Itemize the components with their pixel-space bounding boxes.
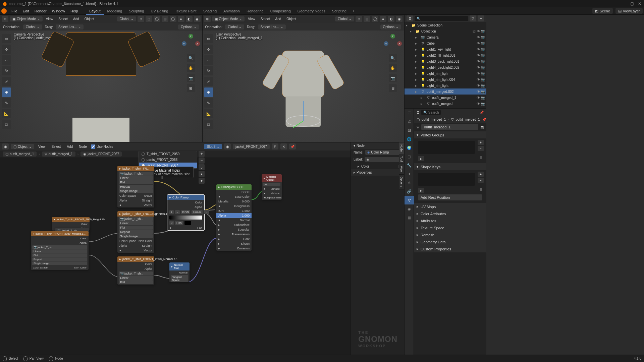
shading-material[interactable]: ◐ [388,16,394,22]
nav-gizmo[interactable]: Z X Y [384,34,402,52]
editor-type-button[interactable]: ◉ [2,143,9,149]
shading-rendered[interactable]: ◉ [194,16,201,22]
filter-button[interactable]: ▽ [470,15,476,21]
workspace-tab-scripting[interactable]: Scripting [329,8,350,14]
pan-button[interactable]: ✋ [389,64,397,72]
sidebar-tab-tool[interactable]: Tool [399,154,404,164]
material-add-button[interactable]: + [199,151,205,157]
properties-search[interactable]: 🔍 Search [421,110,441,115]
workspace-tab-uv[interactable]: UV Editing [147,8,171,14]
menu-edit[interactable]: Edit [20,8,32,14]
ramp-interp[interactable]: Linear [192,210,203,214]
panel-geometry-data[interactable]: ▸Geometry Data [414,238,486,245]
outliner-item[interactable]: ▸💡Light4_backlight2.002👁📷 [405,64,486,70]
scene-collection[interactable]: ▾📁 Scene Collection [405,22,486,28]
color-ramp-node[interactable]: ▸Color Ramp Color Alpha + − RGB Linear ⌄… [167,194,205,231]
viewport-left-canvas[interactable]: Camera Perspective (1) Collection | outf… [0,31,202,142]
drag-handle[interactable]: ⠿ [160,176,180,177]
menu-object[interactable]: Object [284,16,298,21]
tool-annotate[interactable]: ✎ [204,98,213,108]
tab-world[interactable]: 🌍 [405,143,414,152]
outliner-item[interactable]: ▸💡Light_rim_light👁📷 [405,82,486,88]
material-move-down-button[interactable]: ▾ [199,178,205,184]
menu-file[interactable]: File [9,8,20,14]
zoom-button[interactable]: 🔍 [187,54,195,62]
viewlayer-selector[interactable]: ▤ ViewLayer [615,8,643,14]
menu-help[interactable]: Help [68,8,81,14]
tab-viewlayer[interactable]: 🖼 [405,126,414,135]
proportional-button[interactable]: ◯ [154,16,160,22]
outliner-item[interactable]: ▸▽outfit_merged_1👁📷 [405,95,486,101]
tool-cursor[interactable]: ✛ [204,45,213,54]
options-dropdown[interactable]: Options⌄ [380,24,401,29]
pin-button[interactable]: 📌 [289,143,296,149]
panel-attributes[interactable]: ▸Attributes [414,217,486,224]
tool-transform[interactable]: ⊕ [2,87,11,97]
sidebar-node-panel[interactable]: ▾Node [351,142,404,149]
panel-texture-space[interactable]: ▸Texture Space [414,224,486,231]
viewport-right[interactable]: ⊕ ▣Object Mode⌄ View Select Add Object G… [202,15,405,142]
crumb-material[interactable]: ◉jacket_FRONT_2067 [80,152,122,157]
menu-render[interactable]: Render [32,8,49,14]
axis-x[interactable]: X [195,41,200,46]
outliner-item[interactable]: ▸💡Light3_back_light.001👁📷 [405,58,486,64]
workspace-tab-modeling[interactable]: Modeling [104,8,126,14]
snap-button[interactable]: ⊡ [146,16,152,22]
editor-type-button[interactable]: ≣ [407,15,413,21]
panel-remesh[interactable]: ▸Remesh [414,231,486,238]
tab-data[interactable]: ▽ [405,196,414,204]
vg-remove[interactable]: − [478,146,484,151]
use-nodes-checkbox[interactable]: Use Nodes [91,144,113,149]
tab-constraints[interactable]: 🔗 [405,187,414,196]
tab-scene[interactable]: 🌐 [405,135,414,143]
object-dropdown[interactable]: ▢Object⌄ [11,144,34,149]
shading-material[interactable]: ◐ [186,16,193,22]
tool-add-cube[interactable]: □ [204,120,213,129]
outliner-item[interactable]: ▸▽Cube👁📷 [405,40,486,46]
material-menu-button[interactable]: ⌄ [199,164,205,170]
tab-texture[interactable]: ▦ [405,213,414,222]
menu-add[interactable]: Add [65,144,75,149]
crumb-object[interactable]: ▢outfit_merged_1 [3,152,37,157]
menu-window[interactable]: Window [49,8,68,14]
viewport-right-canvas[interactable]: User Perspective (1) Collection | outfit… [203,31,404,142]
mesh-name-field[interactable]: outfit_merged_1 [421,124,478,130]
overlay-button[interactable]: ⊞ [162,16,168,22]
ramp-mode[interactable]: RGB [181,210,191,214]
scene-selector[interactable]: ◩ Scene [592,8,613,14]
new-collection[interactable]: + [478,15,484,21]
zoom-button[interactable]: 🔍 [389,54,397,62]
tool-select[interactable]: ▭ [204,34,213,43]
panel-uv-maps[interactable]: ▸UV Maps [414,203,486,210]
tool-select[interactable]: ▭ [2,34,11,43]
sidebar-properties-panel[interactable]: ▸Properties [351,169,404,176]
color-ramp-gradient[interactable] [169,216,202,220]
outliner-item[interactable]: ▸📷Camera👁📷 [405,34,486,40]
ramp-add[interactable]: + [169,210,174,214]
persp-button[interactable]: ⊞ [389,84,397,92]
tool-rotate[interactable]: ↻ [204,66,213,75]
minimize-button[interactable]: ─ [623,1,626,6]
workspace-tab-compositing[interactable]: Compositing [267,8,294,14]
transform-gizmo[interactable] [283,98,323,132]
outliner-item[interactable]: ▸▽outfit_merged.002👁📷 [405,88,486,95]
vertex-groups-list[interactable] [418,141,475,154]
panel-custom-properties[interactable]: ▸Custom Properties [414,245,486,252]
editor-type-button[interactable]: ⊕ [2,16,8,22]
normal-map-node[interactable]: ▸Normal Map Normal Tangent Space [169,262,190,282]
tool-scale[interactable]: ⤢ [204,77,213,86]
image-texture-metallic[interactable]: ▸jacket_T_shirt_FRONT_2059_Metallic.1...… [31,231,89,270]
workspace-tab-layout[interactable]: Layout [86,8,104,14]
menu-add[interactable]: Add [273,16,283,21]
outliner-item[interactable]: ▸💡Light1_key_light👁📷 [405,46,486,52]
image-texture-node-2[interactable]: ▸jacket_T_shirt_FRO...oughness.1003.png … [117,211,154,253]
tab-physics[interactable]: ⚛ [405,178,414,187]
sidebar-tab-options[interactable]: Options [399,175,404,189]
material-unlink[interactable]: ✕ [280,143,287,149]
transform-orient[interactable]: Global⌄ [335,16,354,21]
outliner-item[interactable]: ▸💡Light_rim_light.004👁📷 [405,76,486,82]
menu-view[interactable]: View [246,16,257,21]
shading-wire[interactable]: ◯ [372,16,378,22]
viewport-left[interactable]: ⊕ ▣ Object Mode ⌄ View Select Add Object… [0,15,202,142]
axis-y[interactable]: Y [182,41,186,46]
